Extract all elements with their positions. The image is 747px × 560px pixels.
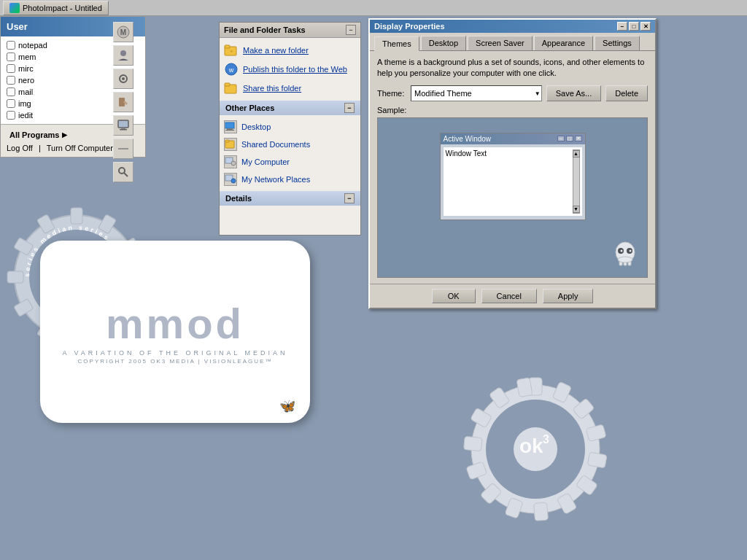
notepad-checkbox[interactable] <box>7 41 15 50</box>
toolbar-icon-6[interactable] <box>113 139 133 159</box>
svg-rect-23 <box>225 140 229 142</box>
other-places-title: Other Places <box>225 104 274 112</box>
mail-label: mail <box>18 88 33 96</box>
taskbar: PhotoImpact - Untitled <box>0 0 747 16</box>
dialog-maximize-btn[interactable]: □ <box>629 22 639 31</box>
mem-checkbox[interactable] <box>7 52 15 61</box>
publish-folder-icon: w <box>224 62 239 77</box>
svg-point-27 <box>231 179 236 183</box>
dialog-minimize-btn[interactable]: − <box>617 22 627 31</box>
toolbar-icon-2[interactable] <box>113 45 133 66</box>
shared-docs-place[interactable]: Shared Documents <box>222 136 357 153</box>
turn-off-btn[interactable]: Turn Off Computer <box>47 144 113 152</box>
monitor-icon <box>117 119 130 132</box>
ok3-gear-svg: ok 3 <box>462 376 608 522</box>
file-panel-close-btn[interactable]: − <box>346 25 356 35</box>
mmod-box: mmod A Variation of the Original Median … <box>40 241 310 423</box>
user-icon <box>117 49 130 62</box>
log-off-btn[interactable]: Log Off <box>7 144 33 152</box>
svg-point-2 <box>120 50 126 56</box>
svg-text:w: w <box>228 66 234 74</box>
mmod-decoration: series median series median mmod A Varia… <box>40 241 310 423</box>
inner-close-btn: ✕ <box>575 136 582 141</box>
svg-point-4 <box>122 77 125 80</box>
inner-window-title: Active Window <box>444 135 492 143</box>
ok-button[interactable]: OK <box>432 289 476 303</box>
notepad-label: notepad <box>18 41 47 50</box>
svg-point-10 <box>119 168 125 174</box>
apply-button[interactable]: Apply <box>543 289 594 303</box>
theme-label: Theme: <box>377 89 406 98</box>
toolbar-icon-5[interactable] <box>113 115 133 136</box>
svg-text:M: M <box>120 28 126 36</box>
toolbar-icon-3[interactable] <box>113 69 133 89</box>
publish-folder-task[interactable]: w Publish this folder to the Web <box>222 60 357 79</box>
my-computer-place[interactable]: My Computer <box>222 153 357 171</box>
delete-button[interactable]: Delete <box>605 85 648 101</box>
svg-point-32 <box>630 249 632 252</box>
svg-point-25 <box>231 161 236 166</box>
toolbar-search[interactable] <box>113 162 133 182</box>
img-label: img <box>18 99 31 108</box>
theme-select-wrapper: Modified Theme ▼ <box>411 85 542 101</box>
tab-settings[interactable]: Settings <box>595 36 640 50</box>
mail-checkbox[interactable] <box>7 88 15 96</box>
iedit-label: iedit <box>18 111 33 120</box>
share-folder-task[interactable]: Share this folder <box>222 79 357 98</box>
svg-rect-20 <box>227 128 233 130</box>
inner-scrollbar: ▲ ▼ <box>573 149 580 214</box>
other-places-collapse-btn[interactable]: − <box>344 103 355 113</box>
file-panel-title: File and Folder Tasks <box>224 26 306 34</box>
other-places-section: Other Places − <box>220 101 360 115</box>
theme-select[interactable]: Modified Theme <box>411 85 542 101</box>
ok3-gear-decoration: ok 3 <box>462 376 608 524</box>
tab-desktop[interactable]: Desktop <box>421 36 466 50</box>
cancel-button[interactable]: Cancel <box>481 289 537 303</box>
window-text: Window Text <box>446 149 573 214</box>
svg-rect-6 <box>118 120 128 128</box>
svg-rect-50 <box>7 271 23 283</box>
svg-rect-19 <box>225 122 234 128</box>
details-collapse-btn[interactable]: − <box>344 193 355 203</box>
shared-docs-icon <box>224 138 237 151</box>
svg-rect-68 <box>464 436 482 451</box>
nero-checkbox[interactable] <box>7 76 15 85</box>
dialog-close-btn[interactable]: ✕ <box>640 22 651 31</box>
make-new-folder-task[interactable]: + Make a new folder <box>222 41 357 60</box>
my-network-place[interactable]: My Network Places <box>222 171 357 188</box>
taskbar-app-button[interactable]: PhotoImpact - Untitled <box>3 1 109 15</box>
desktop-place[interactable]: Desktop <box>222 118 357 136</box>
share-folder-icon <box>224 81 239 96</box>
share-folder-label: Share this folder <box>243 84 301 93</box>
display-properties-dialog: Display Properties − □ ✕ Themes Desktop … <box>368 18 657 309</box>
iedit-checkbox[interactable] <box>7 111 15 120</box>
mmod-title: mmod <box>106 299 244 348</box>
shared-docs-label: Shared Documents <box>241 140 310 149</box>
svg-text:ok: ok <box>519 435 543 457</box>
inner-window-body: Window Text ▲ ▼ <box>444 147 582 216</box>
details-section: Details − <box>220 191 360 206</box>
img-checkbox[interactable] <box>7 99 15 108</box>
svg-rect-41 <box>71 208 82 224</box>
toolbar-icon-4[interactable] <box>113 92 133 112</box>
svg-point-31 <box>621 249 623 252</box>
mmod-subtitle: A Variation of the Original Median <box>62 349 287 357</box>
dialog-titlebar: Display Properties − □ ✕ <box>370 20 655 33</box>
inner-ctrl-buttons: − □ ✕ <box>557 136 582 141</box>
svg-text:+: + <box>230 48 233 55</box>
theme-field-row: Theme: Modified Theme ▼ Save As... Delet… <box>377 85 648 101</box>
my-computer-icon <box>224 155 237 168</box>
svg-rect-21 <box>225 130 234 131</box>
toolbar-icon-1[interactable]: M <box>113 22 133 42</box>
details-body <box>220 206 360 235</box>
save-as-button[interactable]: Save As... <box>546 85 602 101</box>
tab-appearance[interactable]: Appearance <box>534 36 593 50</box>
all-programs-label: All Programs <box>9 131 59 139</box>
mmod-copyright: Copyright 2005 OK3 Media | VisionLeague™ <box>78 358 273 365</box>
make-folder-label: Make a new folder <box>243 46 309 55</box>
mirc-checkbox[interactable] <box>7 64 15 73</box>
tab-screensaver[interactable]: Screen Saver <box>468 36 533 50</box>
inner-window-titlebar: Active Window − □ ✕ <box>441 133 585 144</box>
tab-themes[interactable]: Themes <box>374 36 419 51</box>
mmod-bird-icon: 🦋 <box>279 398 295 414</box>
